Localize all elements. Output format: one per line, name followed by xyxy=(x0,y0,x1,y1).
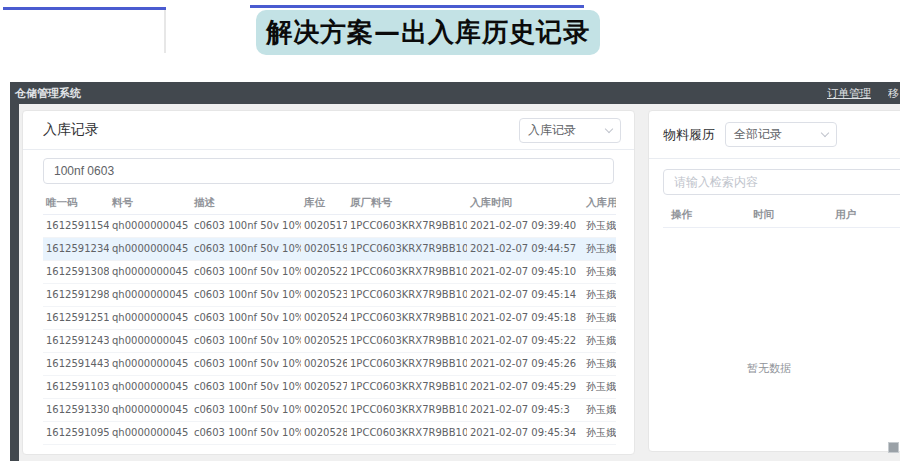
slide-shape-edge xyxy=(164,10,166,53)
inbound-search-input[interactable] xyxy=(43,158,614,184)
cell-part-no: qh0000000045 xyxy=(109,283,191,306)
history-filter-select[interactable]: 全部记录 xyxy=(725,122,837,147)
cell-time: 2021-02-07 09:45:29 xyxy=(467,375,583,398)
cell-time: 2021-02-07 09:45:26 xyxy=(467,352,583,375)
app-brand: 仓储管理系统 xyxy=(15,86,81,101)
empty-state-text: 暂无数据 xyxy=(649,361,889,376)
history-panel-title: 物料履历 xyxy=(663,126,715,144)
cell-desc: c0603 100nf 50v 10% 104 xyxy=(191,306,301,329)
material-history-panel: 物料履历 全部记录 操作 时间 用户 xyxy=(648,110,900,452)
cell-part-no: qh0000000045 xyxy=(109,398,191,421)
cell-user: 孙玉娥 xyxy=(583,398,616,421)
table-row[interactable]: 1612591103 qh0000000045 c0603 100nf 50v … xyxy=(43,375,616,398)
app-top-menu: 订单管理 移 xyxy=(827,86,900,101)
cell-location: 0020517 xyxy=(301,214,347,237)
col-unique-code: 唯一码 xyxy=(43,192,109,214)
cell-mfr-part-no: 1PCC0603KRX7R9BB104 xyxy=(347,329,467,352)
cell-user: 孙玉娥 xyxy=(583,283,616,306)
cell-location: 0020527 xyxy=(301,375,347,398)
table-row[interactable]: 1612591308 qh0000000045 c0603 100nf 50v … xyxy=(43,260,616,283)
col-operation: 操作 xyxy=(663,203,745,227)
wms-app-window: 仓储管理系统 订单管理 移 入库记录 入库记录 xyxy=(10,82,900,461)
menu-item-clipped[interactable]: 移 xyxy=(888,86,900,101)
cell-user: 孙玉娥 xyxy=(583,306,616,329)
cell-location: 0020528 xyxy=(301,421,347,444)
cell-mfr-part-no: 1PCC0603KRX7R9BB104 xyxy=(347,375,467,398)
history-search-row xyxy=(663,169,900,195)
table-row[interactable]: 1612591251 qh0000000045 c0603 100nf 50v … xyxy=(43,306,616,329)
inbound-panel-header: 入库记录 入库记录 xyxy=(23,111,634,150)
col-description: 描述 xyxy=(191,192,301,214)
cell-location: 0020523 xyxy=(301,283,347,306)
col-location: 库位 xyxy=(301,192,347,214)
inbound-table: 唯一码 料号 描述 库位 原厂料号 入库时间 入库用户 1612591154 q xyxy=(43,192,616,445)
table-row[interactable]: 1612591095 qh0000000045 c0603 100nf 50v … xyxy=(43,421,616,444)
table-row[interactable]: 1612591154 qh0000000045 c0603 100nf 50v … xyxy=(43,214,616,237)
cell-desc: c0603 100nf 50v 10% 104 xyxy=(191,421,301,444)
cell-mfr-part-no: 1PCC0603KRX7R9BB104 xyxy=(347,398,467,421)
cell-uid: 1612591154 xyxy=(43,214,109,237)
cell-uid: 1612591308 xyxy=(43,260,109,283)
col-inbound-time: 入库时间 xyxy=(467,192,583,214)
cell-mfr-part-no: 1PCC0603KRX7R9BB104 xyxy=(347,283,467,306)
col-inbound-user: 入库用户 xyxy=(583,192,616,214)
table-row[interactable]: 1612591443 qh0000000045 c0603 100nf 50v … xyxy=(43,352,616,375)
slide-title-banner: 解决方案—出入库历史记录 xyxy=(256,10,600,55)
cell-time: 2021-02-07 09:45:14 xyxy=(467,283,583,306)
slide-accent-line-left xyxy=(3,7,166,10)
table-row-selected[interactable]: 1612591234 qh0000000045 c0603 100nf 50v … xyxy=(43,237,616,260)
cell-mfr-part-no: 1PCC0603KRX7R9BB104 xyxy=(347,237,467,260)
cell-part-no: qh0000000045 xyxy=(109,329,191,352)
history-search-input[interactable] xyxy=(663,169,900,195)
cell-desc: c0603 100nf 50v 10% 104 xyxy=(191,352,301,375)
cell-location: 0020519 xyxy=(301,237,347,260)
menu-item-orders[interactable]: 订单管理 xyxy=(827,86,871,101)
table-row[interactable]: 1612591330 qh0000000045 c0603 100nf 50v … xyxy=(43,398,616,421)
scrollbar-thumb[interactable] xyxy=(888,442,899,453)
inbound-records-panel: 入库记录 入库记录 唯一码 xyxy=(22,110,635,455)
cell-time: 2021-02-07 09:45:10 xyxy=(467,260,583,283)
record-type-select-value: 入库记录 xyxy=(528,122,576,139)
table-row[interactable]: 1612591243 qh0000000045 c0603 100nf 50v … xyxy=(43,329,616,352)
cell-mfr-part-no: 1PCC0603KRX7R9BB104 xyxy=(347,352,467,375)
inbound-panel-title: 入库记录 xyxy=(43,121,99,139)
app-header-bar: 仓储管理系统 订单管理 移 xyxy=(10,82,900,104)
cell-mfr-part-no: 1PCC0603KRX7R9BB104 xyxy=(347,260,467,283)
cell-uid: 1612591443 xyxy=(43,352,109,375)
cell-mfr-part-no: 1PCC0603KRX7R9BB104 xyxy=(347,306,467,329)
slide-title: 解决方案—出入库历史记录 xyxy=(266,15,590,50)
inbound-table-header-row: 唯一码 料号 描述 库位 原厂料号 入库时间 入库用户 xyxy=(43,192,616,214)
history-table: 操作 时间 用户 xyxy=(663,203,900,228)
cell-uid: 1612591330 xyxy=(43,398,109,421)
cell-part-no: qh0000000045 xyxy=(109,260,191,283)
cell-part-no: qh0000000045 xyxy=(109,306,191,329)
collapsed-sidebar xyxy=(10,104,19,461)
cell-uid: 1612591095 xyxy=(43,421,109,444)
cell-user: 孙玉娥 xyxy=(583,375,616,398)
cell-user: 孙玉娥 xyxy=(583,329,616,352)
cell-desc: c0603 100nf 50v 10% 104 xyxy=(191,214,301,237)
slide: 解决方案—出入库历史记录 仓储管理系统 订单管理 移 入库记录 入库记录 xyxy=(0,0,900,471)
record-type-select[interactable]: 入库记录 xyxy=(519,118,621,143)
cell-location: 0020526 xyxy=(301,352,347,375)
col-time: 时间 xyxy=(745,203,827,227)
cell-location: 0020522 xyxy=(301,260,347,283)
cell-part-no: qh0000000045 xyxy=(109,421,191,444)
cell-time: 2021-02-07 09:39:40 xyxy=(467,214,583,237)
cell-part-no: qh0000000045 xyxy=(109,352,191,375)
cell-part-no: qh0000000045 xyxy=(109,214,191,237)
cell-mfr-part-no: 1PCC0603KRX7R9BB104 xyxy=(347,214,467,237)
cell-user: 孙玉娥 xyxy=(583,421,616,444)
cell-time: 2021-02-07 09:45:22 xyxy=(467,329,583,352)
col-user: 用户 xyxy=(827,203,900,227)
cell-uid: 1612591298 xyxy=(43,283,109,306)
cell-desc: c0603 100nf 50v 10% 104 xyxy=(191,329,301,352)
slide-accent-line-title xyxy=(250,5,584,8)
table-row[interactable]: 1612591298 qh0000000045 c0603 100nf 50v … xyxy=(43,283,616,306)
cell-time: 2021-02-07 09:45:34 xyxy=(467,421,583,444)
cell-uid: 1612591103 xyxy=(43,375,109,398)
cell-user: 孙玉娥 xyxy=(583,260,616,283)
cell-user: 孙玉娥 xyxy=(583,237,616,260)
col-mfr-part-no: 原厂料号 xyxy=(347,192,467,214)
cell-part-no: qh0000000045 xyxy=(109,237,191,260)
